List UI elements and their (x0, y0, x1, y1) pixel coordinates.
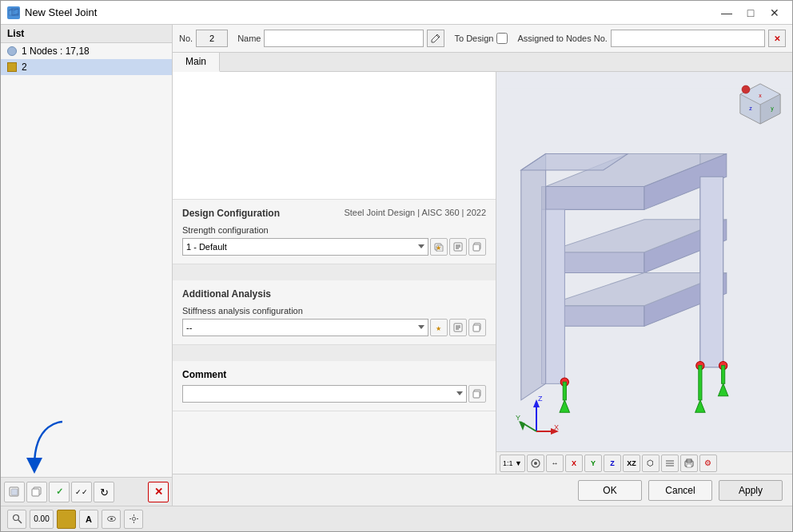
assigned-input[interactable] (611, 30, 765, 47)
view-xz-button[interactable]: XZ (623, 455, 640, 472)
svg-rect-0 (9, 10, 14, 15)
to-design-label: To Design (454, 34, 493, 43)
name-input[interactable] (264, 30, 424, 47)
svg-rect-48 (563, 382, 566, 400)
svg-rect-52 (722, 366, 725, 384)
comment-dropdown[interactable] (182, 385, 467, 403)
svg-text:★: ★ (436, 244, 441, 252)
svg-text:x: x (759, 93, 762, 98)
svg-rect-28 (473, 391, 480, 398)
center-panel: No. Name To Design (173, 25, 792, 506)
view-mode-button[interactable] (527, 455, 544, 472)
to-design-checkbox[interactable] (496, 33, 508, 44)
main-window: New Steel Joint — □ ✕ List 1 Nodes : 17,… (0, 0, 793, 532)
ok-button[interactable]: OK (578, 480, 642, 501)
name-label: Name (237, 34, 261, 43)
list-item[interactable]: 2 (1, 59, 172, 75)
list-header: List (1, 25, 172, 43)
copy-button[interactable] (26, 482, 47, 502)
view-x-button[interactable]: X (565, 455, 583, 472)
view-y-button[interactable]: Y (584, 455, 602, 472)
new-item-button[interactable] (4, 482, 25, 502)
svg-text:★: ★ (436, 325, 441, 332)
layers-button[interactable] (661, 455, 679, 472)
additional-analysis-section: Additional Analysis Stiffness analysis c… (173, 280, 496, 345)
name-edit-button[interactable] (427, 30, 444, 47)
stiffness-new-button[interactable]: ★ (430, 319, 448, 336)
no-field-group: No. (179, 30, 228, 47)
view-hex-button[interactable]: ⬡ (642, 455, 660, 472)
design-config-title: Design Configuration (182, 208, 280, 219)
strength-dropdown[interactable]: 1 - Default (182, 238, 428, 256)
name-field-group: Name (237, 30, 444, 47)
list-item[interactable]: 1 Nodes : 17,18 (1, 43, 172, 59)
svg-marker-43 (700, 177, 723, 367)
section-gap-2 (173, 345, 496, 361)
svg-point-62 (742, 85, 750, 93)
apply-button[interactable]: Apply (719, 480, 783, 501)
svg-line-81 (18, 520, 22, 523)
comment-section: Comment (173, 361, 496, 411)
list-item-label: 1 Nodes : 17,18 (22, 46, 90, 57)
window-title: New Steel Joint (25, 6, 97, 18)
maximize-button[interactable]: □ (739, 4, 762, 22)
svg-line-2 (9, 9, 12, 10)
left-panel: List 1 Nodes : 17,18 2 (1, 25, 173, 506)
item-color-square (7, 62, 17, 72)
assigned-edit-button[interactable]: ✕ (768, 30, 786, 47)
label-button[interactable]: A (79, 510, 98, 529)
strength-new-button[interactable]: ★ (430, 238, 448, 256)
item-color-dot (7, 46, 17, 56)
svg-text:Y: Y (516, 414, 520, 422)
color-button[interactable] (57, 510, 76, 529)
additional-analysis-header: Additional Analysis (182, 288, 486, 300)
svg-rect-7 (11, 489, 18, 495)
config-button[interactable] (124, 510, 143, 529)
strength-copy-button[interactable] (468, 238, 486, 256)
value-button[interactable]: 0.00 (30, 510, 54, 529)
status-bar: 0.00 A (1, 506, 792, 531)
settings-button[interactable]: ⚙ (699, 455, 717, 472)
comment-copy-button[interactable] (468, 385, 486, 403)
close-button[interactable]: ✕ (763, 4, 786, 22)
svg-marker-70 (519, 421, 525, 431)
strength-config-label: Strength configuration (182, 225, 486, 235)
dialog-footer: OK Cancel Apply (173, 474, 792, 506)
search-status-button[interactable] (7, 510, 26, 529)
stiffness-dropdown[interactable]: -- (182, 319, 428, 336)
no-input[interactable] (196, 30, 228, 47)
minimize-button[interactable]: — (715, 4, 738, 22)
refresh-button[interactable]: ↺ (94, 482, 114, 502)
design-config-header: Design Configuration Steel Joint Design … (182, 208, 486, 219)
stiffness-copy-button[interactable] (468, 319, 486, 336)
svg-text:z: z (749, 105, 752, 111)
tab-main[interactable]: Main (173, 53, 220, 72)
empty-area (173, 72, 496, 200)
stiffness-config-row: -- ★ (182, 319, 486, 336)
item-list: 1 Nodes : 17,18 2 (1, 43, 172, 477)
check-button[interactable]: ✓ (49, 482, 70, 502)
view-xy-button[interactable]: ↔ (546, 455, 564, 472)
cancel-button[interactable]: Cancel (648, 480, 712, 501)
comment-dropdown-wrap (182, 385, 467, 403)
tab-main-label: Main (185, 56, 206, 67)
strength-edit-button[interactable] (449, 238, 467, 256)
viewport-toolbar: 1:1 ▼ ↔ X Y Z XZ ⬡ (496, 451, 792, 474)
svg-marker-53 (521, 153, 546, 399)
design-config-section: Design Configuration Steel Joint Design … (173, 200, 496, 264)
svg-text:X: X (554, 423, 559, 431)
left-toolbar: ✓ ✓✓ ↺ ✕ (1, 477, 172, 506)
svg-point-80 (13, 515, 18, 521)
visibility-button[interactable] (102, 510, 121, 529)
comment-title: Comment (182, 369, 486, 380)
navigation-cube[interactable]: x y z (736, 80, 784, 128)
delete-button[interactable]: ✕ (148, 482, 169, 502)
check-all-button[interactable]: ✓✓ (71, 482, 92, 502)
svg-point-84 (132, 518, 135, 521)
stiffness-edit-button[interactable] (449, 319, 467, 336)
print-button[interactable] (680, 455, 698, 472)
zoom-button[interactable]: 1:1 ▼ (500, 455, 525, 472)
strength-config-row: 1 - Default ★ (182, 238, 486, 256)
additional-analysis-title: Additional Analysis (182, 288, 271, 300)
view-z-button[interactable]: Z (604, 455, 621, 472)
